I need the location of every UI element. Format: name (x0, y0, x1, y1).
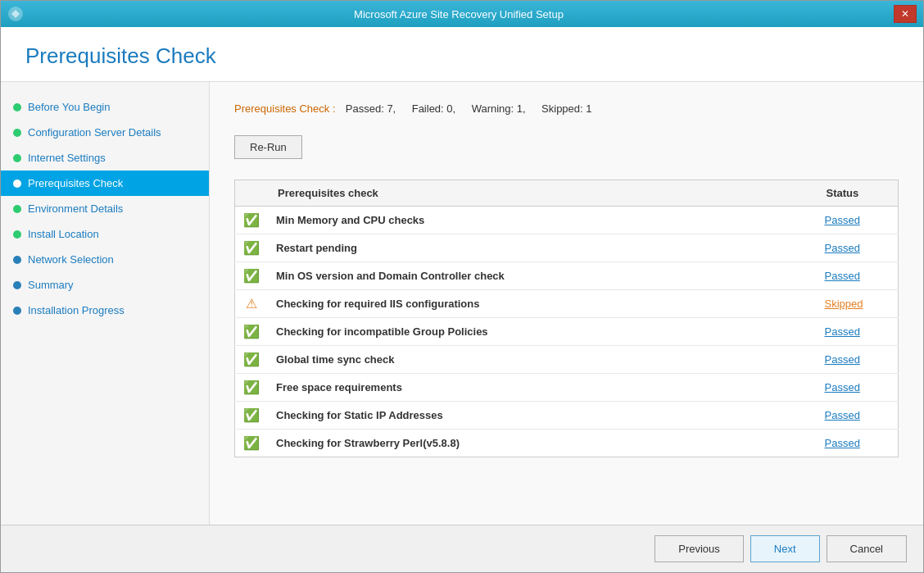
sidebar-label: Configuration Server Details (28, 126, 161, 139)
check-status[interactable]: Passed (817, 262, 899, 290)
check-description: Restart pending (268, 234, 817, 262)
status-link[interactable]: Passed (825, 409, 860, 421)
row-icon: ✅ (235, 318, 269, 346)
table-row: ✅Checking for Strawberry Perl(v5.8.8)Pas… (235, 430, 899, 457)
check-status[interactable]: Passed (817, 402, 899, 430)
dot-icon (13, 256, 21, 264)
sidebar-item-prerequisites-check[interactable]: Prerequisites Check (1, 171, 209, 196)
pass-icon: ✅ (243, 435, 260, 451)
check-status[interactable]: Passed (817, 318, 899, 346)
sidebar-label: Prerequisites Check (28, 177, 123, 189)
sidebar-item-install-location[interactable]: Install Location (1, 221, 209, 247)
app-icon (7, 6, 24, 22)
status-link[interactable]: Passed (825, 270, 860, 282)
dot-icon (13, 281, 21, 289)
col-header-icon (235, 180, 269, 207)
check-status[interactable]: Passed (817, 207, 899, 234)
sidebar-item-environment-details[interactable]: Environment Details (1, 196, 209, 221)
table-row: ⚠Checking for required IIS configuration… (235, 290, 899, 318)
table-row: ✅Global time sync checkPassed (235, 346, 899, 374)
table-row: ✅Min Memory and CPU checksPassed (235, 207, 899, 234)
table-row: ✅Restart pendingPassed (235, 234, 899, 262)
main-window: Microsoft Azure Site Recovery Unified Se… (0, 0, 924, 573)
table-row: ✅Free space requirementsPassed (235, 374, 899, 402)
summary-bar: Prerequisites Check : Passed: 7, Failed:… (234, 98, 899, 119)
failed-count: Failed: 0, (412, 102, 455, 115)
check-description: Min Memory and CPU checks (268, 207, 817, 234)
check-status[interactable]: Passed (817, 234, 899, 262)
title-bar: Microsoft Azure Site Recovery Unified Se… (1, 1, 923, 27)
table-row: ✅Checking for Static IP AddressesPassed (235, 402, 899, 430)
warning-count: Warning: 1, (472, 102, 526, 115)
pass-icon: ✅ (243, 380, 260, 395)
check-status[interactable]: Passed (817, 374, 899, 402)
header: Prerequisites Check (1, 27, 923, 82)
sidebar-item-internet-settings[interactable]: Internet Settings (1, 145, 209, 171)
cancel-button[interactable]: Cancel (827, 535, 907, 562)
rerun-button[interactable]: Re-Run (234, 135, 302, 159)
row-icon: ✅ (235, 374, 269, 402)
close-button[interactable]: ✕ (894, 5, 917, 23)
pass-icon: ✅ (243, 268, 260, 284)
sidebar-label: Network Selection (28, 253, 114, 266)
pass-icon: ✅ (243, 352, 260, 367)
check-description: Checking for Static IP Addresses (268, 402, 817, 430)
pass-icon: ✅ (243, 212, 260, 228)
row-icon: ✅ (235, 430, 269, 457)
status-link[interactable]: Passed (825, 437, 860, 449)
check-description: Checking for Strawberry Perl(v5.8.8) (268, 430, 817, 457)
skipped-count: Skipped: 1 (541, 102, 591, 115)
check-status[interactable]: Passed (817, 430, 899, 457)
check-description: Checking for required IIS configurations (268, 290, 817, 318)
next-button[interactable]: Next (750, 535, 820, 562)
sidebar-label: Internet Settings (28, 152, 106, 164)
main-content: Prerequisites Check : Passed: 7, Failed:… (210, 82, 923, 525)
row-icon: ✅ (235, 207, 269, 234)
sidebar-label: Environment Details (28, 202, 123, 215)
check-description: Min OS version and Domain Controller che… (268, 262, 817, 290)
passed-count: Passed: 7, (346, 102, 396, 115)
content-area: Before You Begin Configuration Server De… (1, 82, 923, 525)
dot-icon (13, 307, 21, 315)
sidebar-label: Installation Progress (28, 304, 125, 316)
sidebar: Before You Begin Configuration Server De… (1, 82, 210, 525)
col-header-status: Status (817, 180, 899, 207)
status-link[interactable]: Passed (825, 353, 860, 366)
check-description: Checking for incompatible Group Policies (268, 318, 817, 346)
sidebar-item-network-selection[interactable]: Network Selection (1, 247, 209, 272)
status-link[interactable]: Passed (825, 381, 860, 393)
col-header-check: Prerequisites check (268, 180, 817, 207)
status-link[interactable]: Passed (825, 214, 860, 226)
sidebar-item-configuration-server-details[interactable]: Configuration Server Details (1, 120, 209, 145)
pass-icon: ✅ (243, 324, 260, 339)
status-link[interactable]: Passed (825, 325, 860, 338)
footer: Previous Next Cancel (1, 525, 923, 572)
check-status[interactable]: Skipped (817, 290, 899, 318)
dot-icon (13, 103, 21, 111)
summary-label: Prerequisites Check : (234, 102, 336, 115)
status-link[interactable]: Skipped (825, 298, 863, 310)
page-title: Prerequisites Check (25, 43, 899, 69)
row-icon: ✅ (235, 402, 269, 430)
sidebar-label: Summary (28, 279, 74, 291)
sidebar-item-summary[interactable]: Summary (1, 272, 209, 298)
dot-icon (13, 205, 21, 213)
row-icon: ✅ (235, 234, 269, 262)
check-status[interactable]: Passed (817, 346, 899, 374)
row-icon: ✅ (235, 346, 269, 374)
previous-button[interactable]: Previous (654, 535, 744, 562)
check-description: Free space requirements (268, 374, 817, 402)
sidebar-item-installation-progress[interactable]: Installation Progress (1, 298, 209, 323)
row-icon: ⚠ (235, 290, 269, 318)
dot-icon (13, 154, 21, 162)
status-link[interactable]: Passed (825, 242, 860, 254)
prerequisites-table: Prerequisites check Status ✅Min Memory a… (234, 180, 899, 457)
table-row: ✅Checking for incompatible Group Policie… (235, 318, 899, 346)
sidebar-label: Before You Begin (28, 101, 110, 113)
window-controls: ✕ (894, 5, 917, 23)
check-description: Global time sync check (268, 346, 817, 374)
dot-icon (13, 180, 21, 188)
sidebar-item-before-you-begin[interactable]: Before You Begin (1, 94, 209, 120)
dot-icon (13, 230, 21, 239)
pass-icon: ✅ (243, 407, 260, 423)
